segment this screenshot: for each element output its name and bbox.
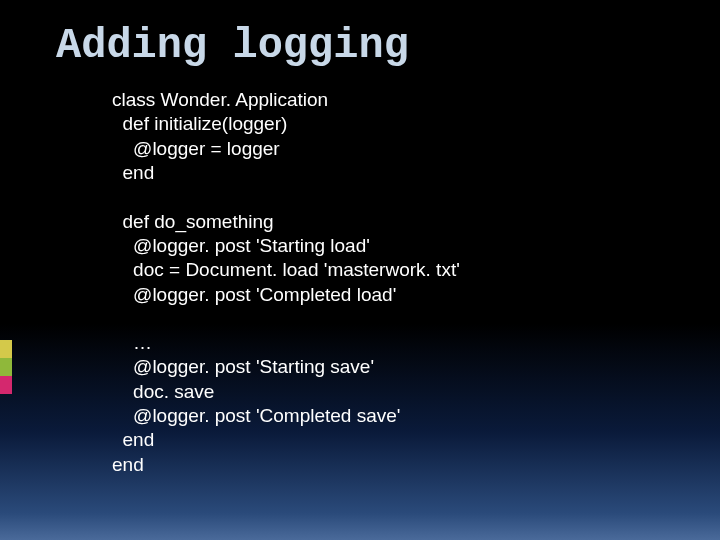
accent-bar-green — [0, 358, 12, 376]
accent-bar-pink — [0, 376, 12, 394]
accent-bars — [0, 340, 12, 394]
slide: Adding logging class Wonder. Application… — [0, 0, 720, 477]
code-block: class Wonder. Application def initialize… — [56, 88, 720, 477]
slide-title: Adding logging — [56, 22, 720, 70]
accent-bar-yellow — [0, 340, 12, 358]
